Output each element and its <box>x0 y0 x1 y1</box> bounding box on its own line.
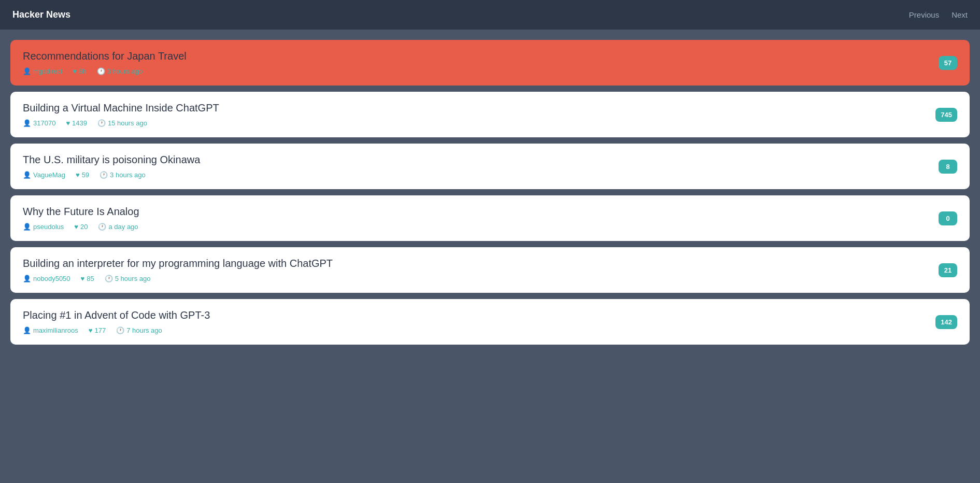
story-title: Placing #1 in Advent of Code with GPT-3 <box>23 309 927 321</box>
story-card[interactable]: Recommendations for Japan Travel 👤 mgsdi… <box>10 40 970 86</box>
story-author: 👤 nobody5050 <box>23 275 70 282</box>
clock-icon: 🕐 <box>100 171 108 179</box>
story-title: Why the Future Is Analog <box>23 206 930 218</box>
card-body: Building an interpreter for my programmi… <box>23 258 930 282</box>
story-points: ♥ 85 <box>81 275 94 282</box>
story-title: The U.S. military is poisoning Okinawa <box>23 154 930 166</box>
heart-icon: ♥ <box>73 67 77 75</box>
story-author: 👤 maximilianroos <box>23 326 78 334</box>
story-title: Recommendations for Japan Travel <box>23 50 930 62</box>
heart-icon: ♥ <box>66 119 70 127</box>
app-title: Hacker News <box>12 9 70 20</box>
story-time: 🕐 a day ago <box>98 223 138 231</box>
story-card[interactable]: The U.S. military is poisoning Okinawa 👤… <box>10 144 970 189</box>
clock-icon: 🕐 <box>97 67 105 75</box>
user-icon: 👤 <box>23 275 31 282</box>
story-card[interactable]: Placing #1 in Advent of Code with GPT-3 … <box>10 299 970 345</box>
story-author: 👤 pseudolus <box>23 223 64 231</box>
story-card[interactable]: Why the Future Is Analog 👤 pseudolus ♥ 2… <box>10 195 970 241</box>
heart-icon: ♥ <box>74 223 78 231</box>
stories-list: Recommendations for Japan Travel 👤 mgsdi… <box>0 30 980 355</box>
story-meta: 👤 mgsdirect ♥ 8h 🕐 3 hours ago <box>23 67 930 75</box>
card-body: Why the Future Is Analog 👤 pseudolus ♥ 2… <box>23 206 930 231</box>
user-icon: 👤 <box>23 67 31 75</box>
clock-icon: 🕐 <box>116 326 124 334</box>
previous-button[interactable]: Previous <box>909 10 939 19</box>
story-time: 🕐 15 hours ago <box>97 119 147 127</box>
clock-icon: 🕐 <box>97 119 106 127</box>
user-icon: 👤 <box>23 119 31 127</box>
heart-icon: ♥ <box>76 171 80 179</box>
story-points: ♥ 177 <box>89 326 106 334</box>
story-time: 🕐 5 hours ago <box>105 275 151 282</box>
story-time: 🕐 3 hours ago <box>97 67 143 75</box>
heart-icon: ♥ <box>81 275 85 282</box>
comment-count[interactable]: 745 <box>935 108 957 122</box>
story-author: 👤 VagueMag <box>23 171 65 179</box>
story-points: ♥ 8h <box>73 67 86 75</box>
heart-icon: ♥ <box>89 326 93 334</box>
story-time: 🕐 3 hours ago <box>100 171 146 179</box>
card-body: Placing #1 in Advent of Code with GPT-3 … <box>23 309 927 334</box>
user-icon: 👤 <box>23 326 31 334</box>
card-body: Recommendations for Japan Travel 👤 mgsdi… <box>23 50 930 75</box>
story-meta: 👤 317070 ♥ 1439 🕐 15 hours ago <box>23 119 927 127</box>
story-meta: 👤 VagueMag ♥ 59 🕐 3 hours ago <box>23 171 930 179</box>
user-icon: 👤 <box>23 171 31 179</box>
story-card[interactable]: Building an interpreter for my programmi… <box>10 247 970 293</box>
story-time: 🕐 7 hours ago <box>116 326 162 334</box>
story-meta: 👤 maximilianroos ♥ 177 🕐 7 hours ago <box>23 326 927 334</box>
card-body: The U.S. military is poisoning Okinawa 👤… <box>23 154 930 179</box>
card-body: Building a Virtual Machine Inside ChatGP… <box>23 102 927 127</box>
header-nav: Previous Next <box>909 10 968 19</box>
story-meta: 👤 pseudolus ♥ 20 🕐 a day ago <box>23 223 930 231</box>
story-meta: 👤 nobody5050 ♥ 85 🕐 5 hours ago <box>23 275 930 282</box>
comment-count[interactable]: 142 <box>935 315 957 329</box>
clock-icon: 🕐 <box>98 223 106 231</box>
comment-count[interactable]: 0 <box>939 211 957 225</box>
story-title: Building a Virtual Machine Inside ChatGP… <box>23 102 927 114</box>
comment-count[interactable]: 21 <box>939 263 957 277</box>
clock-icon: 🕐 <box>105 275 113 282</box>
next-button[interactable]: Next <box>951 10 968 19</box>
story-author: 👤 mgsdirect <box>23 67 62 75</box>
comment-count[interactable]: 8 <box>939 160 957 174</box>
story-points: ♥ 1439 <box>66 119 87 127</box>
story-title: Building an interpreter for my programmi… <box>23 258 930 269</box>
user-icon: 👤 <box>23 223 31 231</box>
story-card[interactable]: Building a Virtual Machine Inside ChatGP… <box>10 92 970 137</box>
app-header: Hacker News Previous Next <box>0 0 980 30</box>
story-author: 👤 317070 <box>23 119 55 127</box>
story-points: ♥ 59 <box>76 171 89 179</box>
comment-count[interactable]: 57 <box>939 56 957 70</box>
story-points: ♥ 20 <box>74 223 88 231</box>
